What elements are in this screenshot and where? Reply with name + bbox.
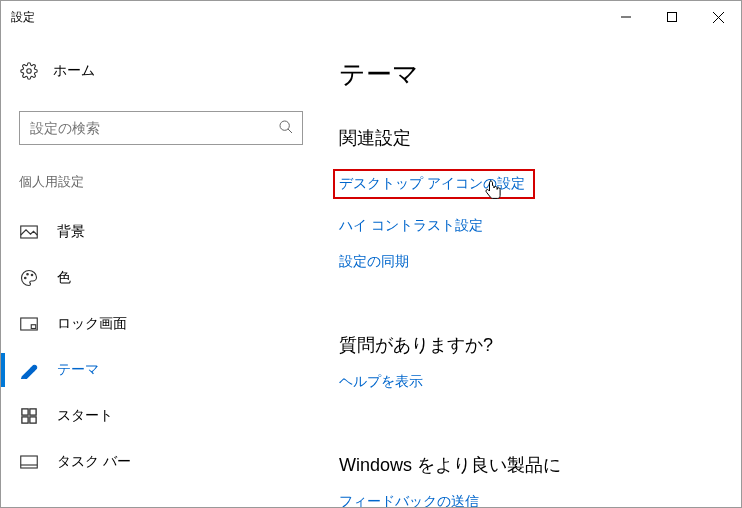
home-label: ホーム [53, 62, 95, 80]
sidebar-item-label: 背景 [57, 223, 85, 241]
sidebar-item-themes[interactable]: テーマ [1, 347, 321, 393]
related-heading: 関連設定 [339, 126, 717, 150]
start-icon [19, 406, 39, 426]
window-title: 設定 [11, 9, 603, 26]
svg-point-4 [27, 69, 32, 74]
sidebar-item-label: タスク バー [57, 453, 131, 471]
svg-rect-12 [31, 325, 36, 329]
svg-point-9 [27, 274, 29, 276]
sidebar-item-label: テーマ [57, 361, 99, 379]
close-button[interactable] [695, 1, 741, 33]
sidebar-item-label: ロック画面 [57, 315, 127, 333]
svg-rect-1 [668, 13, 677, 22]
sidebar-item-lockscreen[interactable]: ロック画面 [1, 301, 321, 347]
svg-rect-15 [22, 417, 28, 423]
titlebar: 設定 [1, 1, 741, 33]
svg-rect-13 [22, 409, 28, 415]
help-heading: 質問がありますか? [339, 333, 717, 357]
sidebar-item-colors[interactable]: 色 [1, 255, 321, 301]
page-title: テーマ [339, 57, 717, 92]
desktop-icon-settings-link[interactable]: デスクトップ アイコンの設定 [333, 169, 535, 199]
palette-icon [19, 268, 39, 288]
sidebar: ホーム 個人用設定 背景 色 [1, 33, 321, 507]
svg-line-6 [288, 129, 292, 133]
picture-icon [19, 222, 39, 242]
svg-point-5 [280, 121, 289, 130]
home-nav[interactable]: ホーム [1, 55, 321, 87]
svg-rect-16 [30, 417, 36, 423]
lockscreen-icon [19, 314, 39, 334]
svg-point-8 [25, 277, 27, 279]
svg-rect-14 [30, 409, 36, 415]
svg-point-10 [31, 274, 33, 276]
minimize-button[interactable] [603, 1, 649, 33]
svg-rect-17 [21, 456, 38, 468]
taskbar-icon [19, 452, 39, 472]
theme-icon [19, 360, 39, 380]
high-contrast-link[interactable]: ハイ コントラスト設定 [339, 217, 483, 235]
sidebar-item-taskbar[interactable]: タスク バー [1, 439, 321, 485]
search-box[interactable] [19, 111, 303, 145]
window-controls [603, 1, 741, 33]
feedback-section: Windows をより良い製品に フィードバックの送信 [339, 453, 717, 508]
maximize-button[interactable] [649, 1, 695, 33]
content-area: テーマ 関連設定 デスクトップ アイコンの設定 ハイ コントラスト設定 設定の同… [321, 33, 741, 507]
gear-icon [19, 61, 39, 81]
sidebar-item-label: 色 [57, 269, 71, 287]
sync-settings-link[interactable]: 設定の同期 [339, 253, 409, 271]
related-settings-section: 関連設定 デスクトップ アイコンの設定 ハイ コントラスト設定 設定の同期 [339, 126, 717, 289]
search-input[interactable] [30, 120, 278, 136]
search-icon [278, 119, 294, 138]
sidebar-group-header: 個人用設定 [1, 173, 321, 191]
sidebar-item-label: スタート [57, 407, 113, 425]
sidebar-item-start[interactable]: スタート [1, 393, 321, 439]
show-help-link[interactable]: ヘルプを表示 [339, 373, 423, 391]
send-feedback-link[interactable]: フィードバックの送信 [339, 493, 479, 508]
help-section: 質問がありますか? ヘルプを表示 [339, 333, 717, 409]
feedback-heading: Windows をより良い製品に [339, 453, 717, 477]
sidebar-item-background[interactable]: 背景 [1, 209, 321, 255]
